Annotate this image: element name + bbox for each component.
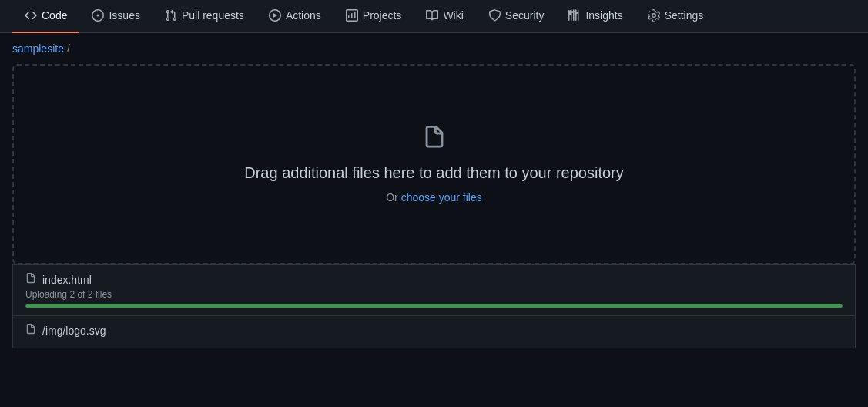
insights-icon xyxy=(568,9,581,22)
nav-item-insights[interactable]: Insights xyxy=(556,0,635,33)
nav-label-settings: Settings xyxy=(665,9,704,22)
top-nav: Code Issues Pull requests Actions xyxy=(0,0,868,33)
code-icon xyxy=(25,9,37,22)
nav-label-issues: Issues xyxy=(109,9,139,22)
upload-status-1: Uploading 2 of 2 files xyxy=(25,289,843,300)
file-name-2: /img/logo.svg xyxy=(42,325,106,337)
breadcrumb-separator: / xyxy=(67,42,70,55)
nav-label-security: Security xyxy=(505,9,545,22)
progress-bar-container-1 xyxy=(25,304,843,308)
drop-zone-sub-prefix: Or xyxy=(386,191,400,204)
nav-item-code[interactable]: Code xyxy=(12,0,79,33)
nav-label-insights: Insights xyxy=(585,9,622,22)
progress-bar-fill-1 xyxy=(25,304,843,308)
breadcrumb-repo-link[interactable]: samplesite xyxy=(12,42,64,55)
wiki-icon xyxy=(426,9,438,22)
nav-item-settings[interactable]: Settings xyxy=(635,0,716,33)
nav-item-issues[interactable]: Issues xyxy=(79,0,152,33)
file-item-header-2: /img/logo.svg xyxy=(25,324,843,337)
nav-item-pull-requests[interactable]: Pull requests xyxy=(152,0,256,33)
choose-files-link[interactable]: choose your files xyxy=(401,191,482,204)
file-item-logo-svg: /img/logo.svg xyxy=(12,316,856,348)
file-item-index-html: index.html Uploading 2 of 2 files xyxy=(12,264,856,316)
actions-icon xyxy=(269,9,281,22)
nav-item-actions[interactable]: Actions xyxy=(256,0,333,33)
nav-label-wiki: Wiki xyxy=(443,9,463,22)
nav-item-projects[interactable]: Projects xyxy=(333,0,414,33)
file-icon-1 xyxy=(25,273,36,286)
nav-label-actions: Actions xyxy=(286,9,321,22)
file-drop-zone[interactable]: Drag additional files here to add them t… xyxy=(12,64,856,264)
nav-label-code: Code xyxy=(42,9,67,22)
file-name-1: index.html xyxy=(42,274,92,286)
nav-label-pr: Pull requests xyxy=(182,9,244,22)
security-icon xyxy=(488,9,501,22)
nav-item-wiki[interactable]: Wiki xyxy=(414,0,475,33)
nav-item-security[interactable]: Security xyxy=(476,0,557,33)
file-icon-2 xyxy=(25,324,36,337)
settings-icon xyxy=(648,9,660,22)
drop-zone-subtitle: Or choose your files xyxy=(386,191,482,204)
drop-zone-file-icon xyxy=(422,126,447,155)
pr-icon xyxy=(165,9,177,22)
nav-label-projects: Projects xyxy=(363,9,402,22)
breadcrumb: samplesite / xyxy=(0,33,868,64)
drop-zone-title: Drag additional files here to add them t… xyxy=(244,164,624,182)
file-list: index.html Uploading 2 of 2 files /img/l… xyxy=(12,264,856,348)
file-item-header: index.html xyxy=(25,273,843,286)
projects-icon xyxy=(346,9,358,22)
issues-icon xyxy=(92,9,104,22)
